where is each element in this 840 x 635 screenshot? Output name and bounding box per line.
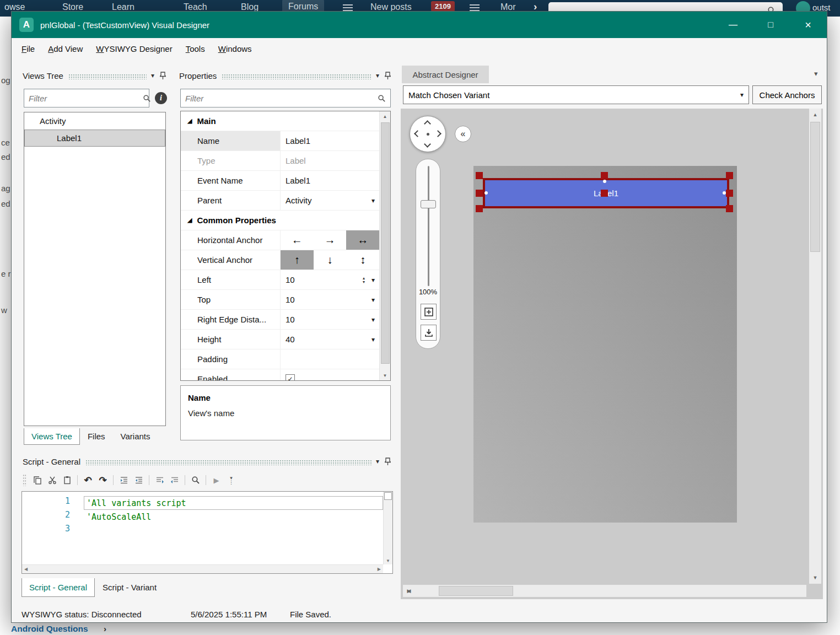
scroll-right-icon[interactable]: ▶: [378, 567, 381, 572]
menu-wysiwyg-designer[interactable]: WYSIWYG Designer: [89, 38, 179, 60]
comment-icon[interactable]: [153, 473, 166, 487]
property-value[interactable]: ←→↔: [281, 230, 379, 250]
pan-right-icon[interactable]: [434, 130, 441, 137]
tree-item-activity[interactable]: Activity: [24, 112, 165, 130]
canvas-vertical-scrollbar[interactable]: ▲ ▼: [809, 109, 821, 584]
resize-handle-top-left[interactable]: [476, 172, 483, 179]
anchor-option-icon[interactable]: ↔: [346, 230, 379, 250]
views-filter-input[interactable]: [24, 94, 143, 103]
scroll-left-icon[interactable]: ◀: [24, 567, 28, 572]
tab-variants[interactable]: Variants: [113, 428, 158, 445]
tab-abstract-designer[interactable]: Abstract Designer: [402, 66, 489, 83]
canvas-horizontal-scrollbar[interactable]: ◀ ▶: [403, 585, 806, 597]
chevron-down-icon[interactable]: ▾: [151, 72, 154, 79]
collapse-button[interactable]: «: [455, 126, 471, 142]
new-posts-badge[interactable]: 2109: [431, 1, 455, 12]
pin-icon[interactable]: [160, 72, 166, 80]
chevron-down-icon[interactable]: ▾: [376, 72, 379, 79]
anchor-option-icon[interactable]: ←: [281, 230, 314, 250]
property-grid-scrollbar[interactable]: ▲ ▼: [379, 111, 390, 380]
code-line[interactable]: 'AutoScaleAll: [84, 510, 383, 524]
chevron-down-icon[interactable]: ▾: [371, 296, 375, 304]
scroll-down-icon[interactable]: ▼: [380, 370, 390, 380]
code-line[interactable]: 'All variants script: [84, 496, 383, 510]
property-category-main[interactable]: ◢Main: [181, 111, 379, 131]
pan-control[interactable]: [410, 116, 446, 152]
property-value[interactable]: Activity▾: [281, 191, 379, 210]
undo-icon[interactable]: ↶: [81, 473, 95, 487]
properties-header[interactable]: Properties ▾: [177, 68, 394, 83]
scrollbar-thumb[interactable]: [810, 122, 820, 252]
tab-files[interactable]: Files: [80, 428, 113, 445]
uncomment-icon[interactable]: [168, 473, 181, 487]
spinner-icon[interactable]: ▴▾: [363, 276, 365, 284]
run-icon[interactable]: ▶: [209, 473, 223, 487]
zoom-slider-track[interactable]: [428, 166, 429, 286]
scroll-right-icon[interactable]: ▶: [403, 585, 415, 597]
move-handle-center[interactable]: [601, 190, 608, 197]
chevron-down-icon[interactable]: ▾: [814, 69, 818, 78]
scrollbar-thumb[interactable]: [439, 586, 513, 596]
splitter-grip[interactable]: [384, 492, 392, 500]
menu-file[interactable]: File: [15, 38, 41, 60]
resize-handle-top-right[interactable]: [726, 172, 733, 179]
android-questions-link[interactable]: Android Questions: [11, 624, 88, 634]
tab-views-tree[interactable]: Views Tree: [24, 428, 80, 445]
property-value[interactable]: ↑↓↕: [281, 250, 379, 270]
editor-horizontal-scrollbar[interactable]: ◀ ▶: [22, 564, 383, 573]
pan-down-icon[interactable]: [424, 141, 431, 148]
chevron-down-icon[interactable]: ▾: [371, 276, 375, 284]
tree-item-label1[interactable]: Label1: [24, 130, 165, 147]
resize-handle-middle-left[interactable]: [476, 190, 483, 197]
copy-icon[interactable]: [30, 473, 44, 487]
script-header[interactable]: Script - General ▾: [20, 454, 394, 469]
pan-up-icon[interactable]: [424, 120, 431, 127]
anchor-option-icon[interactable]: ↑: [281, 250, 314, 270]
chevron-down-icon[interactable]: ▾: [376, 458, 379, 465]
editor-vertical-scrollbar[interactable]: ▼: [383, 492, 392, 564]
menu-add-view[interactable]: Add View: [41, 38, 89, 60]
property-value[interactable]: [281, 349, 379, 369]
checkbox[interactable]: ✓: [286, 374, 295, 380]
search-icon[interactable]: [189, 473, 202, 487]
expander-icon[interactable]: ◢: [187, 117, 192, 125]
scroll-up-icon[interactable]: ▲: [380, 111, 390, 121]
properties-filter-input[interactable]: [181, 94, 378, 103]
code-line[interactable]: [84, 524, 383, 537]
pan-center-dot[interactable]: [427, 133, 429, 136]
property-value[interactable]: Label1: [281, 131, 379, 150]
property-value[interactable]: 40▾: [281, 330, 379, 349]
anchor-option-icon[interactable]: →: [314, 230, 347, 250]
paste-icon[interactable]: [60, 473, 74, 487]
menu-windows[interactable]: Windows: [212, 38, 259, 60]
scroll-up-icon[interactable]: ▲: [809, 109, 821, 121]
resize-handle-bottom-right[interactable]: [726, 205, 733, 212]
maximize-button[interactable]: □: [752, 12, 789, 38]
tab-script-general[interactable]: Script - General: [21, 578, 95, 597]
device-screen[interactable]: [473, 166, 737, 523]
property-value[interactable]: Label1: [281, 171, 379, 190]
redo-icon[interactable]: ↷: [96, 473, 110, 487]
resize-handle-middle-right[interactable]: [726, 190, 733, 197]
resize-handle-top-middle[interactable]: [601, 172, 608, 179]
pin-icon[interactable]: [385, 72, 391, 80]
info-icon[interactable]: i: [155, 92, 167, 104]
resize-handle-bottom-left[interactable]: [476, 205, 483, 212]
scroll-down-icon[interactable]: ▼: [384, 558, 392, 563]
code-editor[interactable]: 123 'All variants script'AutoScaleAll ▼ …: [21, 491, 393, 574]
zoom-slider-thumb[interactable]: [421, 200, 436, 208]
close-button[interactable]: ×: [789, 12, 827, 38]
toolbar-grip[interactable]: [23, 474, 26, 486]
designer-canvas[interactable]: Label1 «: [401, 109, 823, 599]
scrollbar-thumb[interactable]: [381, 122, 390, 364]
code-area[interactable]: 'All variants script'AutoScaleAll: [84, 492, 383, 564]
import-button[interactable]: [421, 325, 437, 341]
chevron-down-icon[interactable]: ▾: [371, 316, 375, 324]
property-value[interactable]: ✓: [281, 369, 379, 380]
property-value[interactable]: 10▴▾▾: [281, 270, 379, 289]
menu-icon[interactable]: [343, 4, 353, 6]
property-value[interactable]: 10▾: [281, 290, 379, 309]
property-category-common-properties[interactable]: ◢Common Properties: [181, 211, 379, 230]
menu-icon[interactable]: [470, 4, 480, 6]
outdent-icon[interactable]: [132, 473, 146, 487]
